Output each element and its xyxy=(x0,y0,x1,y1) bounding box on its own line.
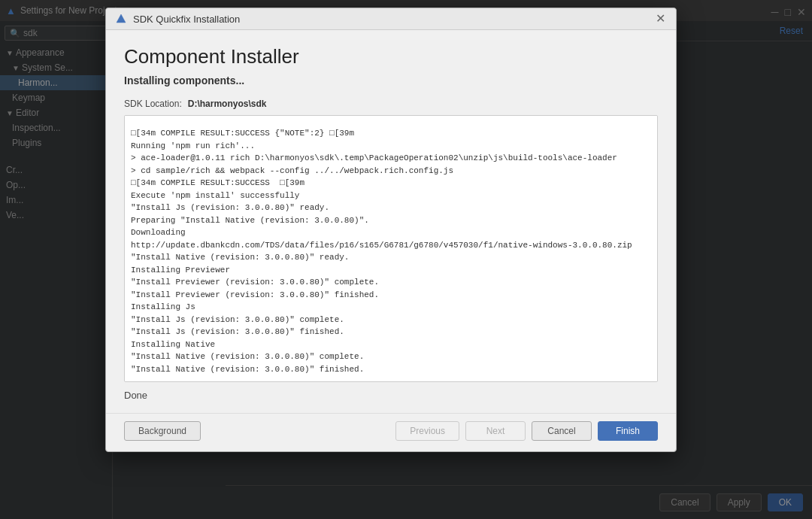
sdk-location-value: D:\harmonyos\sdk xyxy=(188,99,267,109)
dialog-title-text: SDK Quickfix Installation xyxy=(133,14,654,25)
dialog-body: Component Installer Installing component… xyxy=(106,30,676,413)
dialog-heading: Component Installer xyxy=(124,45,658,68)
dialog-footer: Background Previous Next Cancel Finish xyxy=(106,413,676,451)
done-label: Done xyxy=(124,390,658,401)
sdk-location-label: SDK Location: xyxy=(124,99,182,109)
dialog-title-icon xyxy=(115,13,127,25)
dialog-subtitle: Installing components... xyxy=(124,74,658,86)
next-button[interactable]: Next xyxy=(465,421,526,441)
log-output-box[interactable]: Value `flex` is the default value of the… xyxy=(124,115,658,382)
previous-button[interactable]: Previous xyxy=(395,421,459,441)
dialog-footer-left: Background xyxy=(124,421,201,441)
sdk-quickfix-dialog: SDK Quickfix Installation ✕ Component In… xyxy=(105,8,677,452)
background-button[interactable]: Background xyxy=(124,421,201,441)
dialog-close-button[interactable]: ✕ xyxy=(654,13,667,25)
cancel-button[interactable]: Cancel xyxy=(532,421,592,441)
svg-marker-0 xyxy=(117,14,126,23)
dialog-footer-right: Previous Next Cancel Finish xyxy=(395,421,658,441)
sdk-location-row: SDK Location: D:\harmonyos\sdk xyxy=(124,99,658,109)
dialog-titlebar: SDK Quickfix Installation ✕ xyxy=(106,8,676,30)
finish-button[interactable]: Finish xyxy=(598,421,658,441)
